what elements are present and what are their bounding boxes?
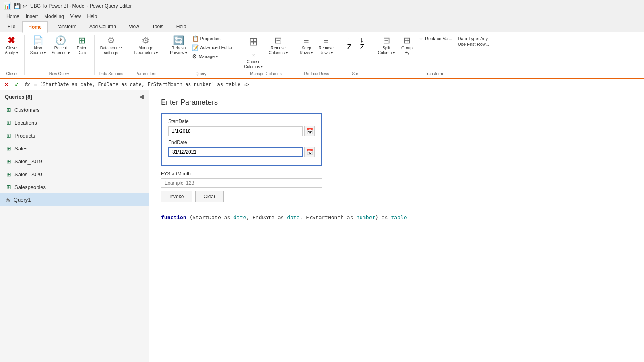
choose-columns-label: ChooseColumns ▾ (244, 60, 263, 69)
tab-help[interactable]: Help (170, 21, 192, 32)
startdate-row: 📅 (168, 126, 315, 136)
close-apply-label: CloseApply ▾ (5, 46, 18, 56)
menu-item-home[interactable]: Home (3, 13, 23, 20)
manage-parameters-icon: ⚙ (142, 36, 150, 45)
table-icon-products: ⊞ (6, 132, 11, 139)
new-source-button[interactable]: 📄 NewSource ▾ (28, 35, 48, 57)
advanced-editor-label: Advanced Editor (200, 45, 233, 50)
advanced-editor-button[interactable]: 📝 Advanced Editor (190, 43, 234, 51)
refresh-preview-icon: 🔄 (173, 36, 184, 45)
manage-parameters-button[interactable]: ⚙ ManageParameters ▾ (132, 35, 160, 57)
manage-icon: ⚙ (192, 53, 197, 60)
remove-columns-button[interactable]: ⊟ RemoveColumns ▾ (266, 35, 290, 57)
tab-home[interactable]: Home (22, 21, 47, 33)
enddate-row: 📅 (168, 147, 315, 157)
new-query-group-label: New Query (49, 72, 69, 76)
tab-file[interactable]: File (2, 21, 21, 32)
invoke-button[interactable]: Invoke (161, 191, 192, 202)
query-name-customers: Customers (14, 107, 40, 113)
tab-view[interactable]: View (123, 21, 145, 32)
replace-values-label: Replace Val... (425, 36, 452, 41)
ribbon-group-reduce-rows: ≡ KeepRows ▾ ≡ RemoveRows ▾ Reduce Rows (295, 34, 339, 77)
window-title: UBG To Power BI - Model - Power Query Ed… (30, 3, 132, 9)
sort-group-label: Sort (352, 72, 359, 76)
refresh-preview-label: RefreshPreview ▾ (170, 46, 187, 56)
app-logo: 📊 (3, 2, 11, 10)
enddate-input[interactable] (168, 147, 303, 157)
sidebar-header: Queries [8] ◀ (0, 90, 149, 103)
tab-add-column[interactable]: Add Column (83, 21, 122, 32)
properties-button[interactable]: 📋 Properties (190, 35, 234, 43)
sidebar-collapse-button[interactable]: ◀ (139, 93, 144, 100)
formula-bar: ✕ ✓ fx = (StartDate as date, EndDate as … (0, 79, 644, 90)
datasource-settings-button[interactable]: ⚙ Data sourcesettings (98, 35, 124, 57)
datasource-settings-icon: ⚙ (107, 36, 115, 45)
advanced-editor-icon: 📝 (192, 44, 199, 51)
sidebar-item-locations[interactable]: ⊞ Locations (0, 116, 149, 129)
query-group-label: Query (196, 72, 206, 76)
sidebar-item-sales2020[interactable]: ⊞ Sales_2020 (0, 168, 149, 181)
enter-data-button[interactable]: ⊞ EnterData (73, 35, 91, 57)
manage-parameters-label: ManageParameters ▾ (134, 46, 158, 56)
manage-columns-group-label: Manage Columns (250, 72, 281, 76)
recent-sources-label: RecentSources ▾ (52, 46, 69, 56)
ribbon-group-sort: ↑Z ↓Z Sort (341, 34, 371, 77)
refresh-preview-button[interactable]: 🔄 RefreshPreview ▾ (167, 35, 190, 57)
menu-item-modeling[interactable]: Modeling (41, 13, 67, 20)
startdate-section: StartDate 📅 (168, 119, 315, 136)
sort-asc-icon: ↑Z (347, 36, 351, 51)
sidebar-item-products[interactable]: ⊞ Products (0, 129, 149, 142)
undo-icon[interactable]: ↩ (22, 3, 27, 9)
formula-cancel-button[interactable]: ✕ (2, 80, 10, 88)
table-icon-sales2020: ⊞ (6, 171, 11, 177)
keep-rows-button[interactable]: ≡ KeepRows ▾ (297, 35, 316, 57)
recent-sources-button[interactable]: 🕐 RecentSources ▾ (49, 35, 72, 57)
data-sources-group-label: Data Sources (99, 72, 123, 76)
tab-tools[interactable]: Tools (146, 21, 169, 32)
choose-columns-button[interactable]: ⊞✕ ChooseColumns ▾ (242, 35, 265, 71)
startdate-calendar-button[interactable]: 📅 (304, 126, 315, 136)
formula-confirm-button[interactable]: ✓ (13, 80, 21, 88)
sidebar-item-salespeoples[interactable]: ⊞ Salespeoples (0, 181, 149, 193)
enddate-calendar-button[interactable]: 📅 (304, 147, 315, 157)
keep-rows-label: KeepRows ▾ (300, 46, 313, 56)
enter-data-icon: ⊞ (78, 36, 85, 45)
fystartmonth-section: FYStartMonth (161, 171, 322, 188)
menu-item-insert[interactable]: Insert (23, 13, 41, 20)
transform-group-label: Transform (425, 72, 443, 76)
new-source-label: NewSource ▾ (30, 46, 46, 56)
fystartmonth-input[interactable] (161, 178, 322, 188)
choose-columns-icon: ⊞✕ (249, 36, 258, 59)
table-icon-sales2019: ⊞ (6, 158, 11, 165)
sidebar-item-customers[interactable]: ⊞ Customers (0, 103, 149, 116)
query-name-sales: Sales (14, 146, 28, 152)
ribbon-group-data-sources: ⚙ Data sourcesettings Data Sources (95, 34, 127, 77)
close-apply-button[interactable]: ✖ CloseApply ▾ (2, 35, 21, 57)
table-icon-locations: ⊞ (6, 119, 11, 126)
enddate-label: EndDate (168, 140, 315, 145)
split-column-button[interactable]: ⊟ SplitColumn ▾ (376, 35, 397, 57)
remove-columns-icon: ⊟ (275, 36, 282, 45)
replace-values-icon: ↔ (418, 35, 424, 42)
sidebar-item-query1[interactable]: fx Query1 (0, 193, 149, 206)
remove-rows-button[interactable]: ≡ RemoveRows ▾ (316, 35, 336, 57)
startdate-input[interactable] (168, 126, 303, 136)
menu-item-view[interactable]: View (67, 13, 84, 20)
enter-params-title: Enter Parameters (161, 98, 632, 107)
save-icon[interactable]: 💾 (14, 3, 21, 9)
sidebar-item-sales[interactable]: ⊞ Sales (0, 142, 149, 155)
query-name-sales2019: Sales_2019 (14, 158, 42, 165)
clear-button[interactable]: Clear (195, 191, 224, 202)
ribbon-group-close: ✖ CloseApply ▾ Close (0, 34, 23, 77)
ribbon-group-parameters: ⚙ ManageParameters ▾ Parameters (129, 34, 163, 77)
sort-asc-button[interactable]: ↑Z (343, 35, 355, 53)
group-by-button[interactable]: ⊞ GroupBy (398, 35, 416, 57)
recent-sources-icon: 🕐 (55, 36, 66, 45)
group-by-label: GroupBy (401, 46, 413, 56)
sidebar-item-sales2019[interactable]: ⊞ Sales_2019 (0, 155, 149, 168)
tab-transform[interactable]: Transform (49, 21, 83, 32)
manage-button[interactable]: ⚙ Manage ▾ (190, 52, 234, 60)
menu-item-help[interactable]: Help (84, 13, 101, 20)
sort-desc-button[interactable]: ↓Z (356, 35, 368, 53)
replace-values-button[interactable]: ↔ Replace Val... (417, 35, 454, 43)
